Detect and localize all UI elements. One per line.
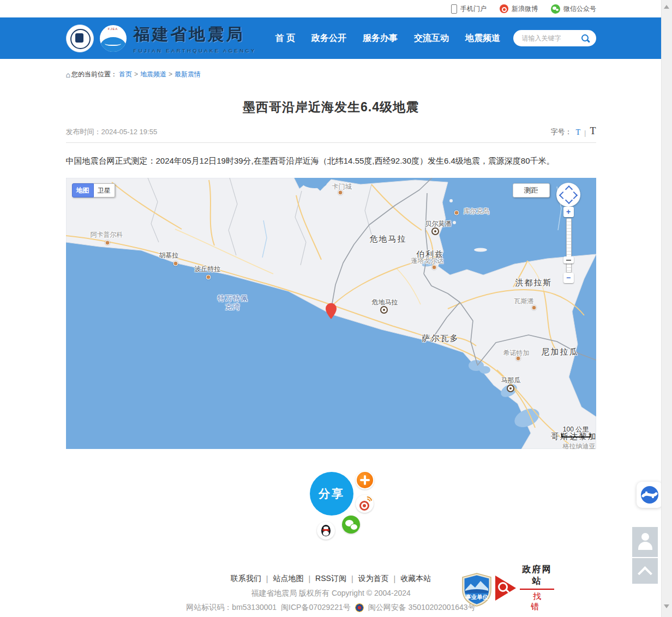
gov-media-icon [640, 485, 659, 505]
footer-contact[interactable]: 联系我们 [231, 574, 261, 584]
footer-separator: | [394, 574, 396, 583]
fjea-logo-text: FJEA [100, 27, 127, 31]
site-title-block: 福建省地震局 FUJIAN EARTHQUAKE AGENCY [134, 23, 256, 53]
share-wechat-icon[interactable] [342, 516, 360, 534]
town-dot-icon [515, 356, 520, 361]
divider [66, 142, 596, 143]
map-scale-bar [561, 434, 591, 438]
scroll-up-icon[interactable] [664, 5, 669, 9]
icp-number[interactable]: 闽ICP备07029221号 [281, 603, 351, 613]
topbar-items: 手机门户新浪微博微信公众号 [451, 4, 596, 14]
font-size-label: 字号： [551, 127, 572, 137]
footer-separator: | [308, 574, 310, 583]
crumb-latest[interactable]: 最新震情 [175, 70, 201, 78]
crumb-home[interactable]: 首页 [119, 70, 132, 78]
gov-error-magnifier-icon [495, 575, 516, 601]
earthquake-map[interactable]: 卡门城库尔克岛贝尔莫潘危地马拉伯利兹蓬塔戈尔达阿卡普尔科胡基拉波丘特拉特万特佩克… [66, 178, 596, 449]
nav-earthquake-channel[interactable]: 地震频道 [457, 33, 508, 44]
cea-seal-logo [66, 25, 94, 52]
article-body: 中国地震台网正式测定：2024年05月12日19时39分,在墨西哥沿岸近海（北纬… [66, 155, 596, 166]
topbar: 手机门户新浪微博微信公众号 [0, 0, 662, 17]
page: 手机门户新浪微博微信公众号 FJEA 福建省地震局 FUJIAN EARTHQU… [0, 0, 662, 613]
site-header: FJEA 福建省地震局 FUJIAN EARTHQUAKE AGENCY 首 页… [0, 17, 662, 59]
pan-left-icon[interactable] [559, 191, 566, 199]
police-badge-icon [355, 603, 364, 612]
share-more-icon[interactable] [356, 471, 374, 489]
font-size-large-button[interactable]: T [590, 125, 596, 137]
wechat-account-link-label: 微信公众号 [563, 4, 596, 14]
zoom-out-button[interactable]: − [563, 273, 574, 283]
search-input[interactable] [521, 34, 580, 43]
earthquake-marker-icon[interactable] [326, 303, 337, 320]
zoom-slider-handle[interactable] [563, 256, 574, 263]
map-type-satellite-button[interactable]: 卫星 [94, 183, 115, 197]
footer-set-home[interactable]: 设为首页 [358, 574, 389, 584]
gov-media-float-button[interactable] [637, 482, 663, 508]
town-dot-icon [173, 261, 178, 266]
crumb-channel[interactable]: 地震频道 [140, 70, 166, 78]
map-pan-control[interactable] [556, 183, 580, 207]
capital-icon [380, 306, 388, 314]
map-scale-label: 100 公里 [560, 425, 592, 434]
town-dot-icon [531, 305, 536, 310]
mobile-portal-link[interactable]: 手机门户 [451, 4, 487, 14]
nav-interaction[interactable]: 交流互动 [406, 33, 457, 44]
sina-weibo-link-label: 新浪微博 [512, 4, 538, 14]
town-dot-icon [338, 190, 343, 195]
publish-time: 发布时间：2024-05-12 19:55 [66, 127, 158, 137]
page-title: 墨西哥沿岸近海发生6.4级地震 [0, 99, 662, 116]
footer-favorite[interactable]: 收藏本站 [400, 574, 431, 584]
scroll-down-icon[interactable] [664, 604, 669, 608]
share-weibo-icon[interactable] [356, 495, 374, 513]
phone-icon [451, 4, 457, 14]
wechat-account-link[interactable]: 微信公众号 [551, 4, 596, 14]
user-center-float-button[interactable] [632, 527, 658, 557]
gov-site-error-badge[interactable]: 政府网站 找 错 [495, 575, 554, 601]
chevron-up-icon [638, 566, 652, 581]
town-dot-icon [454, 211, 459, 215]
measure-distance-button[interactable]: 测距 [513, 183, 550, 197]
weibo-icon [500, 4, 508, 13]
town-dot-icon [206, 275, 211, 280]
zoom-in-button[interactable]: + [563, 207, 574, 217]
breadcrumb-separator: > [169, 70, 172, 78]
footer-sitemap[interactable]: 站点地图 [273, 574, 303, 584]
institution-badge[interactable]: 事业单位 [461, 573, 493, 609]
map-type-map-button[interactable]: 地图 [72, 183, 94, 197]
gov-badge-subtitle: 找 错 [520, 591, 554, 612]
page-scrollbar[interactable] [661, 0, 672, 617]
footer-copyright: 福建省地震局 版权所有 Copyright © 2004-2024 [0, 589, 662, 598]
back-to-top-button[interactable] [632, 558, 658, 584]
nav-gov-info[interactable]: 政务公开 [303, 33, 355, 44]
town-dot-icon [431, 265, 436, 270]
site-name: 福建省地震局 [134, 23, 256, 46]
mobile-portal-link-label: 手机门户 [460, 4, 487, 14]
search-box [513, 30, 596, 46]
share-button[interactable]: 分享 [310, 472, 353, 516]
zoom-slider-track[interactable] [566, 218, 572, 273]
nav-services[interactable]: 服务办事 [355, 33, 406, 44]
police-number[interactable]: 闽公网安备 35010202001643号 [368, 603, 476, 613]
pan-down-icon[interactable] [565, 196, 572, 204]
sina-weibo-link[interactable]: 新浪微博 [500, 4, 538, 14]
share-zone: 分享 [0, 449, 662, 571]
font-size-divider: | [584, 129, 586, 137]
user-icon [641, 533, 649, 541]
search-icon[interactable] [581, 34, 589, 41]
breadcrumb-links: 首页>地震频道>最新震情 [117, 70, 202, 79]
capital-icon [507, 385, 514, 392]
site-name-en: FUJIAN EARTHQUAKE AGENCY [134, 47, 256, 53]
footer-rss[interactable]: RSS订阅 [315, 574, 346, 584]
font-size-small-button[interactable]: T [576, 128, 581, 137]
share-qq-icon[interactable] [317, 522, 335, 540]
home-icon: ⌂ [66, 71, 70, 79]
pan-up-icon[interactable] [565, 185, 572, 193]
map-canvas [66, 178, 596, 449]
gov-badge-title: 政府网站 [520, 564, 554, 590]
footer-separator: | [351, 574, 353, 583]
breadcrumb-separator: > [134, 70, 138, 78]
footer: 联系我们|站点地图|RSS订阅|设为首页|收藏本站 福建省地震局 版权所有 Co… [0, 571, 662, 613]
wechat-icon [551, 4, 560, 14]
nav-home[interactable]: 首 页 [267, 33, 303, 44]
breadcrumb-prefix: 您的当前位置： [71, 70, 117, 79]
